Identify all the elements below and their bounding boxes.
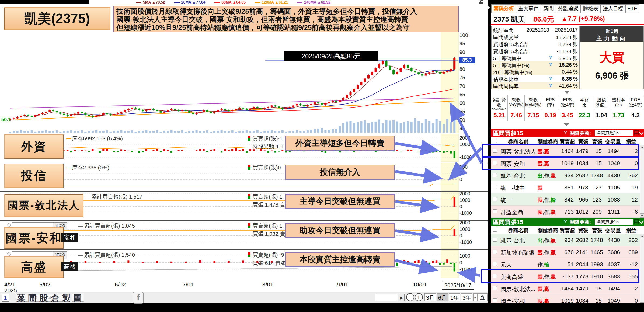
panel-label-1[interactable]: 投信: [4, 164, 64, 188]
table-row[interactable]: 新加坡商瑞銀囤,作,贏676214114653606689: [491, 246, 640, 258]
price-axis-tick: 75: [459, 75, 465, 81]
row-checkbox[interactable]: [493, 262, 497, 266]
toolbar-input[interactable]: [375, 294, 398, 301]
section-separator-arrow[interactable]: [564, 91, 570, 94]
key-broker-tags: 囤: [538, 185, 543, 192]
main-candlestick-chart[interactable]: [0, 30, 488, 133]
collapse-chevron-icon[interactable]: [639, 219, 644, 224]
broker-name: 凱基-台北: [500, 172, 537, 180]
tab-ETF[interactable]: ETF: [625, 4, 639, 13]
grid-view-icon[interactable]: [634, 130, 639, 135]
panel-collapse-handle[interactable]: [488, 6, 490, 10]
tab-分點追蹤[interactable]: 分點追蹤: [556, 4, 581, 13]
scroll-down-button[interactable]: [640, 302, 644, 303]
row-checkbox[interactable]: [493, 274, 497, 278]
row-checkbox[interactable]: [493, 286, 497, 290]
page-number-box[interactable]: 1: [2, 294, 9, 302]
table-scrollbar-track[interactable]: [640, 234, 644, 303]
table-help-icon[interactable]: ?: [564, 130, 567, 136]
table-row[interactable]: 國票-敦北法人囤,贏146414791514942: [491, 145, 640, 157]
grid-view-icon[interactable]: [634, 219, 639, 224]
table-row[interactable]: 統一-城中囤851978127110519: [491, 181, 640, 193]
row-checkbox[interactable]: [493, 298, 497, 302]
column-header-3: 買張: [576, 227, 590, 234]
collapse-chevron-icon[interactable]: [639, 130, 644, 135]
cell-value: 2044: [576, 261, 588, 268]
range-button-1年[interactable]: 1年: [449, 293, 460, 301]
row-checkbox[interactable]: [493, 209, 497, 213]
section-separator-arrow-2[interactable]: [564, 123, 569, 126]
table-row[interactable]: 凱基-台北出,作,贏934268217484430262: [491, 169, 640, 181]
key-broker-dropdown[interactable]: 區間買超15: [595, 130, 633, 136]
help-icon[interactable]: ?: [549, 62, 552, 67]
facebook-icon[interactable]: f: [133, 292, 144, 304]
broker-name: 元大: [500, 261, 537, 269]
scroll-up-button[interactable]: [640, 145, 644, 149]
panel-label-0[interactable]: 外資: [4, 134, 64, 159]
cell-value: 934: [559, 172, 574, 179]
ma-legend-text: 240MA ▲62.92: [304, 0, 330, 4]
table-row[interactable]: 元大作,輸51204419934037-12: [491, 258, 640, 270]
lock-icon[interactable]: [479, 0, 484, 4]
price-lookup-button[interactable]: 查價: [477, 293, 488, 301]
row-checkbox[interactable]: [493, 197, 497, 201]
panel-label-2[interactable]: 國票-敦北法人: [4, 194, 83, 217]
broker-tracker-radio[interactable]: [7, 252, 11, 256]
table-row[interactable]: 國票-敦北法...囤,贏146414791514942: [491, 282, 640, 294]
stat-row: 5日籌碼集中?6,906 張: [492, 54, 579, 61]
range-button-6月[interactable]: 6月: [437, 293, 448, 301]
help-icon[interactable]: ?: [549, 76, 552, 81]
broker-tag: 出: [538, 173, 543, 179]
step-forward-button[interactable]: ▶: [399, 294, 405, 301]
stock-price: 86.6元: [533, 15, 554, 24]
range-button-3月[interactable]: 3月: [424, 293, 436, 301]
select-all-checkbox[interactable]: [493, 139, 497, 143]
key-broker-dropdown[interactable]: 區間買張15: [595, 219, 633, 225]
legend-green-block: [248, 138, 250, 141]
select-all-checkbox[interactable]: [493, 228, 497, 232]
tab-法人目標[interactable]: 法人目標: [601, 4, 625, 13]
row-checkbox[interactable]: [493, 149, 497, 153]
row-checkbox[interactable]: [493, 173, 497, 177]
tab-重大事件[interactable]: 重大事件: [516, 4, 541, 13]
tab-體檢表[interactable]: 體檢表: [581, 4, 601, 13]
main-force-title: 主力動向: [580, 35, 643, 42]
table-row[interactable]: 美商高盛囤,作,贏-137177319103683555: [491, 270, 640, 282]
table-help-icon[interactable]: ?: [564, 219, 567, 224]
range-dropdown-arrow[interactable]: ▼: [473, 293, 477, 301]
panel-legend-r2: 買張 614 賣張: [253, 259, 286, 267]
table-row[interactable]: 統一囤,作,輸842965123108812: [491, 193, 640, 206]
table-scrollbar-track[interactable]: [640, 145, 644, 218]
scroll-down-button[interactable]: [640, 213, 644, 218]
tab-籌碼分析[interactable]: 籌碼分析: [491, 4, 516, 13]
cell-value: 1049: [604, 297, 620, 303]
stock-code-name: 2375 凱美: [493, 15, 525, 24]
row-checkbox[interactable]: [493, 161, 497, 165]
table-row[interactable]: 國票-安和囤,贏101910341510490: [491, 294, 640, 303]
zoom-out-button[interactable]: −: [406, 293, 414, 301]
help-icon[interactable]: ?: [549, 83, 552, 88]
range-button-3年[interactable]: 3年: [461, 293, 472, 301]
legend-red-block: [248, 194, 250, 196]
table-row[interactable]: 群益金鼎囤,作,贏71310122991311-6: [491, 206, 640, 218]
help-icon[interactable]: ?: [549, 55, 552, 60]
panel-label-3[interactable]: 國票-安和: [4, 227, 64, 249]
row-checkbox[interactable]: [493, 238, 497, 242]
fin-value-cell: 1.73: [610, 110, 627, 121]
scroll-up-button[interactable]: [640, 234, 644, 238]
fin-header-cell: EPS(近4季): [559, 95, 576, 110]
tab-新聞[interactable]: 新聞: [541, 4, 556, 13]
stock-title-box: 凱美(2375): [4, 7, 110, 30]
panel-label-4[interactable]: 高盛: [4, 256, 64, 278]
row-checkbox[interactable]: [493, 250, 497, 254]
row-checkbox[interactable]: [493, 185, 497, 189]
table-row[interactable]: 凱基-台北出,作,贏934268217484430262: [491, 234, 640, 246]
cell-value: 2: [622, 285, 638, 292]
zoom-in-button[interactable]: +: [415, 293, 423, 301]
broker-tracker-radio[interactable]: [7, 223, 11, 227]
buy-sell-legend-icon: [248, 136, 250, 141]
table-row[interactable]: 國票-安和囤,贏101910341510490: [491, 157, 640, 169]
legend-green-block: [248, 226, 250, 228]
cell-value: 1088: [604, 196, 620, 203]
fin-header-cell: 營收MoM(%): [525, 95, 542, 110]
